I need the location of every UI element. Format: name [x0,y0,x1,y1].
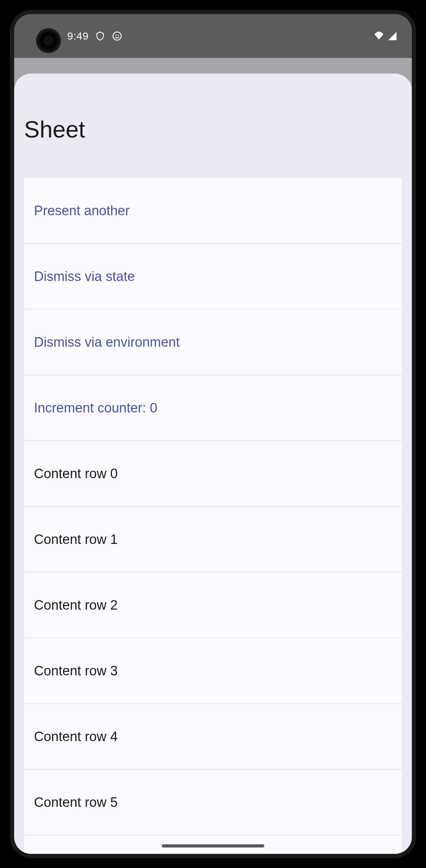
action-present-another[interactable]: Present another [24,178,402,244]
status-right [374,31,398,41]
face-icon [112,31,122,41]
wifi-icon [374,31,384,41]
status-time: 9:49 [67,30,88,42]
cellular-signal-icon [387,31,398,41]
device-frame: 9:49 [0,0,426,868]
sheet-header: Sheet [14,74,412,178]
content-label: Content row 0 [34,466,118,481]
camera-cutout [36,28,61,53]
action-label: Present another [34,203,129,218]
content-label: Content row 5 [34,795,118,810]
screen: 9:49 [14,14,412,854]
app-bar [14,58,412,74]
bottom-sheet[interactable]: Sheet Present another Dismiss via state … [14,74,412,854]
content-row: Content row 4 [24,704,402,770]
svg-point-0 [113,32,121,40]
status-bar: 9:49 [14,14,412,58]
content-row: Content row 1 [24,507,402,573]
content-label: Content row 1 [34,532,118,547]
action-increment-counter[interactable]: Increment counter: 0 [24,375,402,441]
device-inner-frame: 9:49 [10,10,416,858]
content-label: Content row 3 [34,663,118,679]
action-label: Dismiss via environment [34,335,180,350]
content-row: Content row 5 [24,770,402,835]
status-left: 9:49 [67,30,122,42]
action-label: Dismiss via state [34,269,135,284]
shield-icon [95,31,105,41]
action-label: Increment counter: 0 [34,400,157,416]
navigation-handle[interactable] [162,844,264,848]
content-label: Content row 2 [34,598,118,613]
action-dismiss-environment[interactable]: Dismiss via environment [24,310,402,375]
svg-point-1 [115,35,117,36]
content-row: Content row 3 [24,638,402,704]
action-dismiss-state[interactable]: Dismiss via state [24,244,402,310]
sheet-title: Sheet [24,116,402,143]
content-row: Content row 0 [24,441,402,507]
content-label: Content row 4 [34,729,118,744]
sheet-list[interactable]: Present another Dismiss via state Dismis… [24,178,402,854]
content-row: Content row 2 [24,573,402,638]
svg-point-2 [118,35,119,36]
